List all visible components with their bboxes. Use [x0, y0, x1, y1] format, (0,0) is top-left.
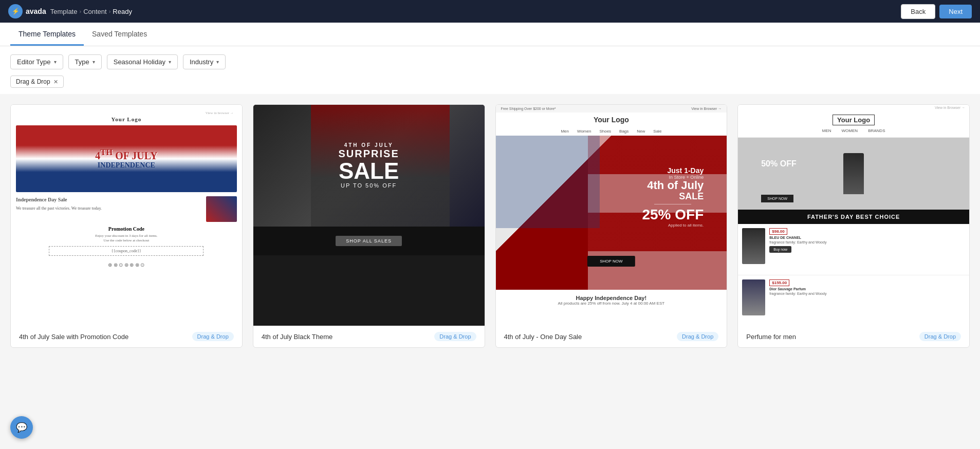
- tab-theme-templates[interactable]: Theme Templates: [10, 23, 84, 46]
- type-chevron-icon: ▾: [93, 59, 95, 65]
- july4-flag: [206, 196, 237, 222]
- view-browser-4: View in Browser →: [738, 105, 969, 110]
- oneday-shopnow: SHOP NOW: [587, 256, 635, 267]
- preview-july4: View in browser → Your Logo 4TH OF JULY …: [11, 105, 242, 326]
- type-label: Type: [75, 58, 89, 66]
- oneday-stars: [496, 136, 600, 228]
- template-card-4[interactable]: View in Browser → Your Logo MENWOMENBRAN…: [737, 104, 970, 348]
- black-shop-btn: SHOP ALL SALES: [336, 236, 402, 246]
- seasonal-holiday-dropdown[interactable]: Seasonal Holiday ▾: [107, 54, 178, 69]
- perf-shopnow: SHOP NOW: [761, 195, 793, 202]
- perf-prod-details-1: $98.00 BLEU DE CHANEL fragrance family: …: [769, 228, 965, 271]
- perf-buy-btn-1[interactable]: Buy now: [769, 246, 791, 253]
- oneday-logo: Your Logo: [590, 113, 632, 127]
- logo-icon: ⚡: [8, 4, 23, 18]
- template-badge-3: Drag & Drop: [677, 332, 718, 341]
- perf-prod-details-2: $155.00 Dior Sauvage Parfum fragrance fa…: [769, 279, 965, 322]
- filter-tag-drag-drop: Drag & Drop ✕: [10, 76, 64, 88]
- perf-prod-img-2: [742, 279, 765, 315]
- july4-text: Independence Day Sale We treasure all th…: [16, 196, 202, 211]
- preview-black: View in browser → 4TH OF JULY SURPRISE S…: [253, 105, 485, 326]
- july4-hero: 4TH OF JULY INDEPENDENCE: [16, 125, 237, 192]
- template-name-4: Perfume for men: [746, 333, 796, 341]
- filter-tags: Drag & Drop ✕: [10, 76, 970, 94]
- editor-type-chevron-icon: ▾: [54, 59, 57, 65]
- template-footer-2: 4th of July Black Theme Drag & Drop: [253, 326, 485, 347]
- back-button[interactable]: Back: [901, 4, 935, 19]
- july4-logo: Your Logo: [112, 116, 142, 122]
- preview-perfume: View in Browser → Your Logo MENWOMENBRAN…: [738, 105, 969, 326]
- template-footer-4: Perfume for men Drag & Drop: [738, 326, 969, 347]
- logo-text: avada: [26, 7, 46, 15]
- template-badge-1: Drag & Drop: [192, 332, 234, 341]
- oneday-sale-text: Just 1-Day In Store + Online 4th of July…: [642, 166, 704, 228]
- topbar: ⚡ avada Template › Content › Ready Back …: [0, 0, 980, 23]
- oneday-july4: 4th of July: [642, 180, 704, 191]
- templates-section: View in browser → Your Logo 4TH OF JULY …: [0, 94, 980, 358]
- template-name-2: 4th of July Black Theme: [262, 333, 333, 341]
- perf-price-1: $98.00: [769, 228, 787, 235]
- black-sub: 4TH OF JULY: [339, 142, 399, 148]
- perf-nav: MENWOMENBRANDS: [822, 128, 885, 133]
- next-button[interactable]: Next: [939, 5, 972, 18]
- black-hero: 4TH OF JULY SURPRISE SALE UP TO 50% OFF: [253, 105, 485, 227]
- editor-type-label: Editor Type: [17, 58, 51, 66]
- oneday-hero: Just 1-Day In Store + Online 4th of July…: [496, 136, 727, 290]
- topbar-right: Back Next: [901, 4, 972, 19]
- black-bottom: [253, 255, 485, 326]
- filter-bar: Editor Type ▾ Type ▾ Seasonal Holiday ▾ …: [0, 46, 980, 94]
- topbar-left: ⚡ avada Template › Content › Ready: [8, 4, 132, 18]
- template-badge-4: Drag & Drop: [919, 332, 961, 341]
- oneday-topbar: Free Shipping Over $200 or More* View in…: [496, 105, 727, 113]
- perf-bottle: [843, 153, 864, 194]
- filter-tag-close-icon[interactable]: ✕: [53, 79, 58, 85]
- template-name-3: 4th of July - One Day Sale: [504, 333, 582, 341]
- filter-dropdowns: Editor Type ▾ Type ▾ Seasonal Holiday ▾ …: [10, 54, 970, 69]
- template-preview-1: View in browser → Your Logo 4TH OF JULY …: [11, 105, 242, 326]
- oneday-pct: 25% OFF: [642, 207, 704, 223]
- template-preview-3: Free Shipping Over $200 or More* View in…: [496, 105, 727, 326]
- black-shop-area: SHOP ALL SALES: [253, 227, 485, 255]
- breadcrumb-template[interactable]: Template: [50, 8, 78, 15]
- template-footer-1: 4th of July Sale with Promotion Code Dra…: [11, 326, 242, 347]
- black-text: 4TH OF JULY SURPRISE SALE UP TO 50% OFF: [339, 142, 399, 189]
- july4-coupon: {{coupon_code}}: [49, 246, 204, 256]
- oneday-footer-text: Happy Independence Day! All products are…: [553, 290, 670, 311]
- perf-products: $98.00 BLEU DE CHANEL fragrance family: …: [738, 224, 969, 275]
- template-badge-2: Drag & Drop: [434, 332, 476, 341]
- template-card-2[interactable]: View in browser → 4TH OF JULY SURPRISE S…: [253, 104, 485, 348]
- july4-hero-text: 4TH OF JULY INDEPENDENCE: [95, 148, 158, 170]
- july4-social: ⊕ ⊗ ⊙ ⊛ ⊕ ⊗ ⊙: [108, 262, 144, 268]
- template-card-1[interactable]: View in browser → Your Logo 4TH OF JULY …: [10, 104, 243, 348]
- industry-dropdown[interactable]: Industry ▾: [183, 54, 226, 69]
- tabs-bar: Theme Templates Saved Templates: [0, 23, 980, 46]
- july4-content: Independence Day Sale We treasure all th…: [16, 196, 237, 222]
- breadcrumb-content[interactable]: Content: [83, 8, 107, 15]
- preview-oneday: Free Shipping Over $200 or More* View in…: [496, 105, 727, 326]
- industry-chevron-icon: ▾: [216, 59, 219, 65]
- july4-promo: Promotion Code Enjoy your discount in 3 …: [16, 226, 237, 259]
- template-name-1: 4th of July Sale with Promotion Code: [19, 333, 128, 341]
- breadcrumb-sep-2: ›: [109, 8, 111, 14]
- template-preview-2: View in browser → 4TH OF JULY SURPRISE S…: [253, 105, 485, 326]
- oneday-oneday: Just 1-Day: [642, 166, 704, 175]
- tab-saved-templates[interactable]: Saved Templates: [84, 23, 155, 46]
- editor-type-dropdown[interactable]: Editor Type ▾: [10, 54, 63, 69]
- template-footer-3: 4th of July - One Day Sale Drag & Drop: [496, 326, 727, 347]
- perf-header: Your Logo MENWOMENBRANDS: [738, 110, 969, 138]
- perf-products-2: $155.00 Dior Sauvage Parfum fragrance fa…: [738, 275, 969, 326]
- perf-hero: 50% OFF SHOP NOW: [738, 138, 969, 210]
- type-dropdown[interactable]: Type ▾: [68, 54, 102, 69]
- template-card-3[interactable]: Free Shipping Over $200 or More* View in…: [495, 104, 728, 348]
- breadcrumb: Template › Content › Ready: [50, 8, 132, 15]
- perf-fathers-day: FATHER'S DAY BEST CHOICE: [738, 210, 969, 224]
- industry-label: Industry: [190, 58, 213, 66]
- oneday-nav: MenWomenShoesBagsNewSale: [556, 127, 667, 136]
- oneday-saleword: SALE: [642, 191, 704, 202]
- seasonal-holiday-label: Seasonal Holiday: [114, 58, 165, 66]
- breadcrumb-ready: Ready: [113, 8, 132, 15]
- perf-logo: Your Logo: [833, 115, 875, 125]
- filter-tag-label: Drag & Drop: [16, 78, 50, 85]
- view-browser-1: View in browser →: [16, 110, 237, 116]
- template-preview-4: View in Browser → Your Logo MENWOMENBRAN…: [738, 105, 969, 326]
